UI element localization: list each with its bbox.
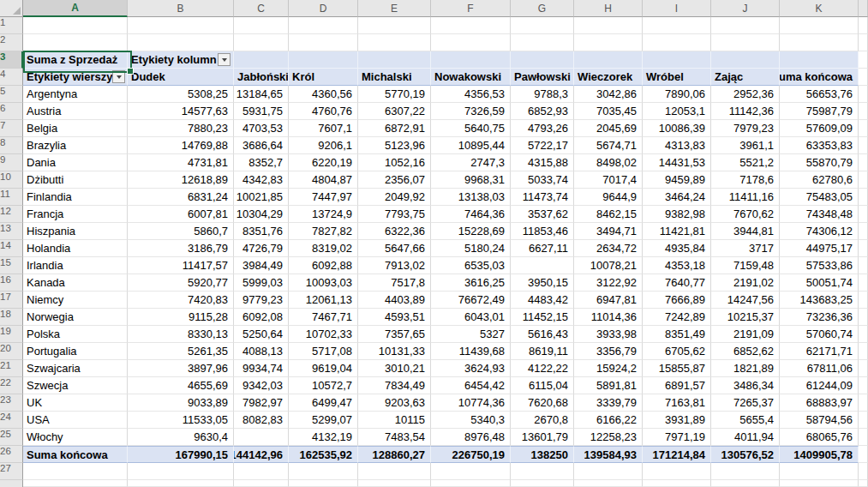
- cell-A16-country[interactable]: Kanada: [23, 274, 128, 292]
- cell-H24[interactable]: 6166,22: [574, 412, 643, 429]
- cell-F12[interactable]: 7464,36: [431, 206, 511, 223]
- cell-I23[interactable]: 7163,81: [643, 394, 711, 412]
- cell-C13[interactable]: 8351,76: [234, 223, 289, 240]
- cell-E1[interactable]: [358, 17, 431, 34]
- cell-C5[interactable]: 13184,65: [234, 86, 289, 103]
- cell-J12[interactable]: 7670,62: [711, 206, 780, 223]
- cell-A21-country[interactable]: Szwajcaria: [23, 360, 128, 377]
- cell-I3[interactable]: [643, 51, 711, 69]
- cell-B1[interactable]: [128, 17, 234, 34]
- row-header-8[interactable]: 8: [0, 137, 23, 154]
- cell-E19[interactable]: 7357,65: [358, 326, 431, 343]
- cell-E8[interactable]: 5123,96: [358, 137, 431, 154]
- cell-partial-19[interactable]: [859, 326, 868, 343]
- cell-K21-row-total[interactable]: 67811,06: [780, 360, 859, 377]
- cell-G4-seller-header[interactable]: Pawłowski: [511, 69, 574, 86]
- cell-B4-seller-header[interactable]: Dudek: [128, 69, 234, 86]
- cell-K3[interactable]: [780, 51, 859, 69]
- cell-I14[interactable]: 4935,84: [643, 240, 711, 257]
- cell-D22[interactable]: 10572,7: [289, 377, 358, 394]
- cell-K18-row-total[interactable]: 73236,36: [780, 309, 859, 326]
- cell-D3[interactable]: [289, 51, 358, 69]
- cell-H1[interactable]: [574, 17, 643, 34]
- row-header-3[interactable]: 3: [0, 51, 23, 69]
- row-header-7[interactable]: 7: [0, 120, 23, 137]
- cell-J1[interactable]: [711, 17, 780, 34]
- cell-C14[interactable]: 4726,79: [234, 240, 289, 257]
- cell-partial-21[interactable]: [859, 360, 868, 377]
- cell-A27[interactable]: [23, 463, 128, 480]
- cell-D20[interactable]: 5717,08: [289, 343, 358, 360]
- cell-K19-row-total[interactable]: 57060,74: [780, 326, 859, 343]
- row-header-6[interactable]: 6: [0, 103, 23, 120]
- cell-A25-country[interactable]: Włochy: [23, 429, 128, 446]
- cell-I18[interactable]: 7242,89: [643, 309, 711, 326]
- cell-D19[interactable]: 10702,33: [289, 326, 358, 343]
- cell-partial-24[interactable]: [859, 412, 868, 429]
- cell-B23[interactable]: 9033,89: [128, 394, 234, 412]
- row-header-23[interactable]: 23: [0, 394, 23, 412]
- cell-I5[interactable]: 7890,06: [643, 86, 711, 103]
- cell-G22[interactable]: 6115,04: [511, 377, 574, 394]
- cell-A20-country[interactable]: Portugalia: [23, 343, 128, 360]
- cell-A11-country[interactable]: Finlandia: [23, 189, 128, 206]
- cell-I13[interactable]: 11421,81: [643, 223, 711, 240]
- cell-I22[interactable]: 6891,57: [643, 377, 711, 394]
- cell-F23[interactable]: 10774,36: [431, 394, 511, 412]
- cell-G7[interactable]: 4793,26: [511, 120, 574, 137]
- cell-J18[interactable]: 10215,37: [711, 309, 780, 326]
- cell-J5[interactable]: 2952,36: [711, 86, 780, 103]
- column-header-G[interactable]: G: [511, 0, 574, 17]
- cell-partial-25[interactable]: [859, 429, 868, 446]
- cell-I12[interactable]: 9382,98: [643, 206, 711, 223]
- cell-K16-row-total[interactable]: 50051,74: [780, 274, 859, 292]
- row-header-24[interactable]: 24: [0, 412, 23, 429]
- cell-G12[interactable]: 3537,62: [511, 206, 574, 223]
- cell-F9[interactable]: 2747,3: [431, 154, 511, 171]
- cell-D23[interactable]: 6499,47: [289, 394, 358, 412]
- cell-C2[interactable]: [234, 34, 289, 51]
- cell-A10-country[interactable]: Dżibutti: [23, 171, 128, 189]
- cell-K-partial[interactable]: [780, 480, 859, 487]
- cell-G8[interactable]: 5722,17: [511, 137, 574, 154]
- cell-B20[interactable]: 5261,35: [128, 343, 234, 360]
- cell-K20-row-total[interactable]: 62171,71: [780, 343, 859, 360]
- cell-A23-country[interactable]: UK: [23, 394, 128, 412]
- cell-I2[interactable]: [643, 34, 711, 51]
- cell-F25[interactable]: 8976,48: [431, 429, 511, 446]
- cell-B2[interactable]: [128, 34, 234, 51]
- cell-I4-seller-header[interactable]: Wróbel: [643, 69, 711, 86]
- cell-A15-country[interactable]: Irlandia: [23, 257, 128, 274]
- cell-K15-row-total[interactable]: 57533,86: [780, 257, 859, 274]
- cell-G2[interactable]: [511, 34, 574, 51]
- select-all-button[interactable]: [0, 0, 23, 17]
- cell-B18[interactable]: 9115,28: [128, 309, 234, 326]
- cell-C25[interactable]: [234, 429, 289, 446]
- cell-E21[interactable]: 3010,21: [358, 360, 431, 377]
- cell-C18[interactable]: 6092,08: [234, 309, 289, 326]
- cell-partial-23[interactable]: [859, 394, 868, 412]
- cell-A17-country[interactable]: Niemcy: [23, 292, 128, 309]
- cell-A24-country[interactable]: USA: [23, 412, 128, 429]
- row-header-20[interactable]: 20: [0, 343, 23, 360]
- row-header-10[interactable]: 10: [0, 171, 23, 189]
- cell-E16[interactable]: 7517,8: [358, 274, 431, 292]
- cell-H13[interactable]: 3494,71: [574, 223, 643, 240]
- cell-partial-12[interactable]: [859, 206, 868, 223]
- row-header-13[interactable]: 13: [0, 223, 23, 240]
- cell-K9-row-total[interactable]: 55870,79: [780, 154, 859, 171]
- cell-B13[interactable]: 5860,7: [128, 223, 234, 240]
- cell-B3-column-labels[interactable]: Etykiety kolumn: [128, 51, 234, 69]
- cell-J22[interactable]: 3486,34: [711, 377, 780, 394]
- cell-E25[interactable]: 7483,54: [358, 429, 431, 446]
- cell-G-partial[interactable]: [511, 480, 574, 487]
- cell-K14-row-total[interactable]: 44975,17: [780, 240, 859, 257]
- column-header-D[interactable]: D: [289, 0, 358, 17]
- cell-C23[interactable]: 7982,97: [234, 394, 289, 412]
- cell-H25[interactable]: 12258,23: [574, 429, 643, 446]
- row-header-5[interactable]: 5: [0, 86, 23, 103]
- column-header-partial[interactable]: [859, 0, 868, 17]
- cell-B16[interactable]: 5920,77: [128, 274, 234, 292]
- cell-K26-grand-total[interactable]: 1409905,78: [780, 446, 859, 463]
- cell-F26-column-total[interactable]: 226750,19: [431, 446, 511, 463]
